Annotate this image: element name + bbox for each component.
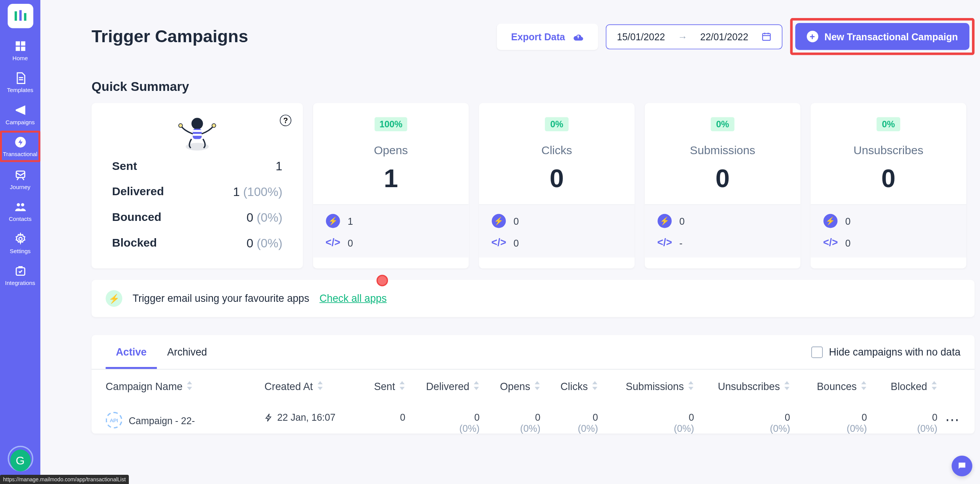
page-title: Trigger Campaigns — [92, 26, 490, 46]
sidebar-item-label: Templates — [7, 87, 33, 94]
svg-rect-10 — [16, 171, 24, 178]
new-campaign-button[interactable]: + New Transactional Campaign — [795, 23, 969, 50]
date-range-picker[interactable]: 15/01/2022 → 22/01/2022 — [606, 24, 783, 49]
th-name[interactable]: Campaign Name — [106, 381, 265, 393]
th-created[interactable]: Created At — [265, 381, 361, 393]
tab-active[interactable]: Active — [106, 335, 157, 369]
th-opens[interactable]: Opens — [480, 381, 541, 393]
sidebar-item-transactional[interactable]: Transactional — [0, 131, 40, 162]
svg-point-25 — [212, 123, 216, 127]
code-icon: </> — [658, 237, 672, 249]
sidebar-item-label: Transactional — [3, 151, 38, 158]
sidebar-item-settings[interactable]: Settings — [0, 227, 40, 258]
hide-label: Hide campaigns with no data — [829, 346, 960, 358]
illustration — [112, 115, 282, 152]
clicks-badge: 0% — [545, 117, 569, 132]
more-icon[interactable]: ⋯ — [945, 412, 960, 428]
sort-icon — [784, 381, 790, 393]
avatar[interactable]: G — [7, 446, 33, 471]
sent-label: Sent — [112, 160, 137, 174]
sort-icon — [473, 381, 480, 393]
header: Trigger Campaigns Export Data 15/01/2022… — [92, 18, 975, 55]
svg-rect-15 — [762, 33, 770, 40]
highlight-dot — [377, 275, 388, 286]
unsubscribes-label: Unsubscribes — [824, 144, 954, 158]
checkbox-icon — [811, 346, 822, 358]
sidebar-item-contacts[interactable]: Contacts — [0, 195, 40, 226]
table-row[interactable]: APICampaign - 22- 22 Jan, 16:07 0 0(0%) … — [92, 404, 975, 434]
sidebar-item-templates[interactable]: Templates — [0, 67, 40, 97]
th-bounces[interactable]: Bounces — [790, 381, 867, 393]
help-icon[interactable]: ? — [280, 115, 291, 126]
new-campaign-label: New Transactional Campaign — [824, 31, 958, 42]
summary-cards: ? Sent1 Delivered1 (100%) Bounced0 (0%) … — [92, 103, 975, 268]
date-from: 15/01/2022 — [617, 31, 665, 42]
logo[interactable] — [7, 4, 33, 28]
new-campaign-highlight: + New Transactional Campaign — [790, 18, 975, 55]
code-icon: </> — [326, 237, 340, 249]
tab-archived[interactable]: Archived — [157, 335, 217, 369]
arrow-right-icon: → — [678, 31, 687, 42]
bolt-badge-icon: ⚡ — [106, 290, 122, 307]
submissions-label: Submissions — [658, 144, 788, 158]
th-clicks[interactable]: Clicks — [540, 381, 598, 393]
chat-widget[interactable] — [952, 456, 972, 476]
svg-rect-6 — [21, 47, 25, 51]
bolt-icon: ⚡ — [492, 214, 506, 228]
sidebar-item-campaigns[interactable]: Campaigns — [0, 99, 40, 129]
submissions-badge: 0% — [711, 117, 734, 132]
statusbar: https://manage.mailmodo.com/app/transact… — [0, 475, 129, 484]
sort-icon — [860, 381, 867, 393]
unsubscribes-badge: 0% — [877, 117, 900, 132]
bolt-icon — [265, 413, 273, 421]
opens-label: Opens — [326, 144, 456, 158]
blocked-label: Blocked — [112, 236, 157, 250]
clicks-value: 0 — [492, 164, 622, 193]
sort-icon — [399, 381, 405, 393]
svg-rect-3 — [15, 41, 20, 46]
svg-rect-1 — [19, 10, 21, 21]
cloud-upload-icon — [573, 32, 584, 41]
th-delivered[interactable]: Delivered — [405, 381, 480, 393]
sidebar-item-home[interactable]: Home — [0, 35, 40, 65]
th-unsubscribes[interactable]: Unsubscribes — [694, 381, 790, 393]
svg-point-24 — [179, 123, 183, 127]
sidebar-item-label: Campaigns — [6, 119, 35, 126]
sort-icon — [186, 381, 193, 393]
hide-no-data-checkbox[interactable]: Hide campaigns with no data — [811, 337, 960, 367]
submissions-card: 0% Submissions 0 ⚡0 </>- — [645, 103, 801, 268]
bounced-label: Bounced — [112, 211, 161, 225]
delivered-label: Delivered — [112, 185, 164, 199]
tabs: Active Archived Hide campaigns with no d… — [92, 335, 975, 369]
calendar-icon — [761, 31, 771, 42]
sidebar-item-journey[interactable]: Journey — [0, 163, 40, 194]
sidebar-item-label: Home — [13, 55, 28, 62]
plus-icon: + — [807, 31, 818, 42]
svg-rect-4 — [21, 41, 25, 46]
svg-rect-0 — [14, 12, 16, 21]
api-icon: API — [106, 412, 122, 428]
campaigns-table: Active Archived Hide campaigns with no d… — [92, 335, 975, 433]
sort-icon — [688, 381, 694, 393]
sort-icon — [931, 381, 937, 393]
th-submissions[interactable]: Submissions — [598, 381, 694, 393]
unsubscribes-card: 0% Unsubscribes 0 ⚡0 </>0 — [811, 103, 966, 268]
svg-rect-23 — [193, 134, 202, 136]
sidebar-item-label: Contacts — [9, 216, 31, 222]
avatar-letter: G — [10, 449, 30, 471]
bolt-icon: ⚡ — [658, 214, 672, 228]
clicks-card: 0% Clicks 0 ⚡0 </>0 — [479, 103, 635, 268]
th-blocked[interactable]: Blocked — [867, 381, 937, 393]
sidebar-item-integrations[interactable]: Integrations — [0, 259, 40, 290]
sort-icon — [317, 381, 323, 393]
check-all-apps-link[interactable]: Check all apps — [319, 293, 386, 304]
unsubscribes-value: 0 — [824, 164, 954, 193]
export-button[interactable]: Export Data — [497, 23, 598, 49]
quick-summary-title: Quick Summary — [92, 79, 975, 94]
sort-icon — [592, 381, 598, 393]
main-content: Trigger Campaigns Export Data 15/01/2022… — [40, 0, 980, 484]
th-sent[interactable]: Sent — [360, 381, 405, 393]
svg-point-12 — [21, 203, 24, 206]
sidebar: Home Templates Campaigns Transactional J… — [0, 0, 40, 484]
date-to: 22/01/2022 — [700, 31, 748, 42]
